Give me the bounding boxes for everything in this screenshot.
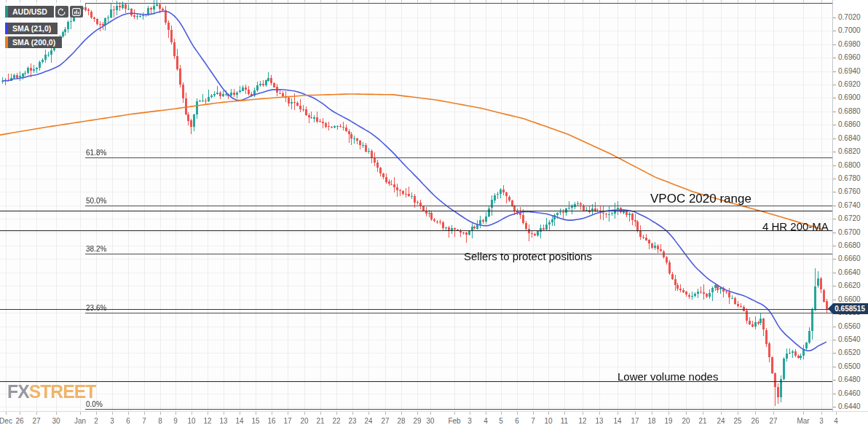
chart-settings-button[interactable] <box>70 6 83 17</box>
price-axis-label: 0.6940 <box>838 67 861 75</box>
price-axis-tick <box>833 152 836 152</box>
price-axis-label: 0.6980 <box>838 40 861 48</box>
top-axis-tick <box>224 0 224 2</box>
top-axis-tick <box>208 0 208 2</box>
date-axis-label: Jan <box>74 417 86 425</box>
date-axis-tick <box>128 412 129 415</box>
date-axis-tick <box>599 412 600 415</box>
chart-annotation[interactable]: Lower volume nodes <box>618 370 718 383</box>
date-axis-tick <box>20 412 20 415</box>
bar-chart-icon <box>72 8 81 16</box>
top-axis-tick <box>517 0 518 2</box>
date-axis-label: 30 <box>52 417 60 425</box>
date-axis-tick <box>96 412 97 415</box>
date-axis-tick <box>304 412 305 415</box>
top-axis-tick <box>652 0 652 2</box>
date-axis-tick <box>320 412 321 415</box>
price-axis-label: 0.7000 <box>838 26 861 34</box>
date-axis-tick <box>517 412 518 415</box>
date-axis-label: 17 <box>283 417 291 425</box>
symbol-chip[interactable]: AUD/USD <box>5 6 54 17</box>
top-axis-tick <box>618 0 618 2</box>
date-axis-label: 14 <box>235 417 243 425</box>
top-axis-tick <box>583 0 583 2</box>
date-axis-tick <box>288 412 288 415</box>
top-axis-tick <box>635 0 636 2</box>
top-axis-tick <box>385 0 386 2</box>
price-axis-tick <box>833 219 836 219</box>
date-axis-label: 25 <box>733 417 741 425</box>
date-axis-tick <box>224 412 224 415</box>
chart-legend: AUD/USD <box>5 6 83 50</box>
date-axis-label: 20 <box>300 417 308 425</box>
date-axis-tick <box>144 412 145 415</box>
chart-annotation[interactable]: VPOC 2020 range <box>650 192 751 206</box>
date-axis-tick <box>486 412 486 415</box>
date-axis-label: 20 <box>682 417 690 425</box>
fxstreet-watermark: FXSTREET <box>7 381 95 403</box>
date-axis-tick <box>548 412 549 415</box>
top-axis-tick <box>721 0 722 2</box>
date-axis-label: 29 <box>413 417 421 425</box>
price-axis-label: 0.6540 <box>838 335 861 343</box>
date-axis-label: 7 <box>142 417 146 425</box>
top-axis-tick <box>738 0 738 2</box>
date-axis-label: 10 <box>544 417 552 425</box>
date-axis-label: 3 <box>110 417 114 425</box>
chart-annotation[interactable]: 4 HR 200-MA <box>762 220 829 233</box>
price-axis-tick <box>833 112 836 112</box>
date-axis-label: 22 <box>332 417 340 425</box>
date-axis-label: 24 <box>364 417 372 425</box>
date-axis-label: Feb <box>448 417 460 425</box>
date-axis-tick <box>80 412 81 415</box>
price-axis-tick <box>833 98 836 98</box>
fib-level-line[interactable] <box>85 254 832 254</box>
top-axis-tick <box>128 0 129 2</box>
date-axis-label: 8 <box>158 417 162 425</box>
price-axis-label: 0.6640 <box>838 268 861 276</box>
symbol-color-bar <box>5 6 8 17</box>
fib-level-line[interactable] <box>85 157 832 158</box>
price-axis-tick <box>833 273 836 273</box>
price-axis-label: 0.6480 <box>838 375 861 383</box>
price-axis-label: 0.6860 <box>838 120 861 128</box>
date-axis-tick <box>192 412 192 415</box>
fib-level-label: 50.0% <box>86 197 106 205</box>
fib-level-line[interactable] <box>85 313 832 313</box>
fib-level-line[interactable] <box>85 409 832 410</box>
date-axis-label: 27 <box>32 417 40 425</box>
price-axis[interactable]: 0.658515 0.70200.70000.69800.69600.69400… <box>832 0 868 411</box>
price-axis-label: 0.6820 <box>838 147 861 155</box>
plot-area[interactable]: 61.8%50.0%38.2%23.6%0.0% VPOC 2020 range… <box>0 0 832 411</box>
refresh-button[interactable] <box>55 6 68 17</box>
date-axis-tick <box>240 412 240 415</box>
date-axis-label: 5 <box>499 417 503 425</box>
top-axis-tick <box>144 0 145 2</box>
vpoc-2020-range-level[interactable] <box>0 211 832 211</box>
price-axis-tick <box>833 165 836 166</box>
chart-annotation[interactable]: Sellers to protect positions <box>464 250 592 262</box>
current-price-value: 0.658515 <box>835 305 865 313</box>
top-axis-tick <box>803 0 804 2</box>
top-axis-tick <box>686 0 687 2</box>
date-axis-label: Mar <box>797 417 809 425</box>
top-axis-tick <box>533 0 534 2</box>
date-axis[interactable]: Dec262730Jan2367891012131415161720212223… <box>0 411 868 433</box>
price-axis-tick <box>833 367 836 367</box>
fib-level-line[interactable] <box>85 3 832 4</box>
price-axis-tick <box>833 206 836 206</box>
top-axis-tick <box>320 0 321 2</box>
date-axis-label: 4 <box>834 417 838 425</box>
top-axis-tick <box>417 0 418 2</box>
4hr-200ma-level[interactable] <box>0 230 832 231</box>
fib-level-label: 61.8% <box>86 149 106 157</box>
price-axis-tick <box>833 58 836 58</box>
date-axis-tick <box>635 412 636 415</box>
date-axis-tick <box>112 412 113 415</box>
sma200-chip[interactable]: SMA (200,0) <box>5 36 62 48</box>
price-axis-label: 0.6900 <box>838 93 861 101</box>
sma21-chip[interactable]: SMA (21,0) <box>5 23 58 34</box>
price-axis-label: 0.6840 <box>838 134 861 142</box>
date-axis-label: 11 <box>561 417 568 425</box>
date-axis-label: 12 <box>203 417 211 425</box>
